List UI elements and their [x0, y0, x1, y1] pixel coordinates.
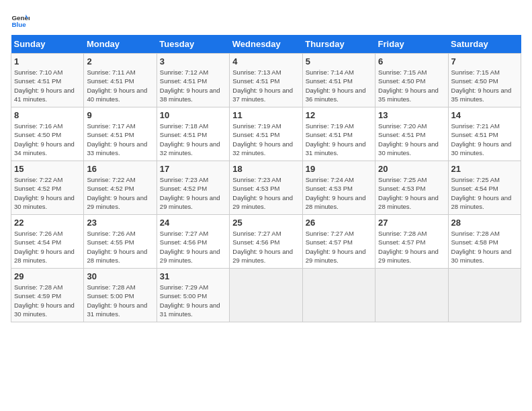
day-number: 26 — [306, 218, 372, 228]
day-number: 11 — [232, 110, 299, 120]
calendar-cell: 25 Sunrise: 7:27 AM Sunset: 4:56 PM Dayl… — [230, 215, 302, 269]
calendar-cell: 4 Sunrise: 7:13 AM Sunset: 4:51 PM Dayli… — [230, 54, 302, 107]
day-number: 22 — [14, 218, 81, 228]
weekday-header-sunday: Sunday — [11, 35, 84, 54]
day-info: Sunrise: 7:21 AM Sunset: 4:51 PM Dayligh… — [451, 122, 518, 157]
day-number: 27 — [378, 218, 445, 228]
calendar-cell: 6 Sunrise: 7:15 AM Sunset: 4:50 PM Dayli… — [375, 54, 448, 107]
day-number: 23 — [87, 218, 153, 228]
calendar-cell — [448, 269, 521, 322]
weekday-header-saturday: Saturday — [448, 35, 521, 54]
day-info: Sunrise: 7:27 AM Sunset: 4:57 PM Dayligh… — [306, 229, 372, 265]
day-info: Sunrise: 7:27 AM Sunset: 4:56 PM Dayligh… — [232, 229, 299, 265]
day-number: 10 — [160, 110, 226, 120]
day-number: 1 — [14, 56, 81, 66]
calendar-cell: 20 Sunrise: 7:25 AM Sunset: 4:53 PM Dayl… — [375, 161, 448, 215]
calendar-cell: 30 Sunrise: 7:28 AM Sunset: 5:00 PM Dayl… — [84, 269, 157, 322]
calendar-cell: 22 Sunrise: 7:26 AM Sunset: 4:54 PM Dayl… — [11, 215, 84, 269]
day-number: 29 — [14, 271, 81, 281]
calendar-cell: 28 Sunrise: 7:28 AM Sunset: 4:58 PM Dayl… — [448, 215, 521, 269]
day-number: 13 — [378, 110, 445, 120]
day-number: 16 — [87, 164, 153, 174]
calendar-cell: 29 Sunrise: 7:28 AM Sunset: 4:59 PM Dayl… — [11, 269, 84, 322]
day-info: Sunrise: 7:25 AM Sunset: 4:54 PM Dayligh… — [451, 175, 518, 211]
calendar-cell: 8 Sunrise: 7:16 AM Sunset: 4:50 PM Dayli… — [11, 107, 84, 161]
day-info: Sunrise: 7:20 AM Sunset: 4:51 PM Dayligh… — [378, 122, 445, 157]
calendar-cell: 7 Sunrise: 7:15 AM Sunset: 4:50 PM Dayli… — [448, 54, 521, 107]
day-number: 12 — [306, 110, 372, 120]
day-number: 5 — [306, 56, 372, 66]
day-number: 15 — [14, 164, 81, 174]
day-number: 14 — [451, 110, 518, 120]
day-info: Sunrise: 7:25 AM Sunset: 4:53 PM Dayligh… — [378, 175, 445, 211]
day-number: 3 — [160, 56, 226, 66]
calendar-cell — [375, 269, 448, 322]
day-number: 6 — [378, 56, 445, 66]
calendar-week-4: 22 Sunrise: 7:26 AM Sunset: 4:54 PM Dayl… — [11, 215, 521, 269]
day-info: Sunrise: 7:19 AM Sunset: 4:51 PM Dayligh… — [306, 122, 372, 157]
weekday-header-tuesday: Tuesday — [157, 35, 229, 54]
weekday-header-friday: Friday — [375, 35, 448, 54]
day-info: Sunrise: 7:23 AM Sunset: 4:52 PM Dayligh… — [160, 175, 226, 211]
calendar-week-3: 15 Sunrise: 7:22 AM Sunset: 4:52 PM Dayl… — [11, 161, 521, 215]
logo-icon: General Blue — [11, 11, 30, 30]
calendar-cell: 10 Sunrise: 7:18 AM Sunset: 4:51 PM Dayl… — [157, 107, 229, 161]
day-info: Sunrise: 7:15 AM Sunset: 4:50 PM Dayligh… — [451, 68, 518, 103]
day-info: Sunrise: 7:19 AM Sunset: 4:51 PM Dayligh… — [232, 122, 299, 157]
calendar-week-2: 8 Sunrise: 7:16 AM Sunset: 4:50 PM Dayli… — [11, 107, 521, 161]
calendar-cell: 11 Sunrise: 7:19 AM Sunset: 4:51 PM Dayl… — [230, 107, 302, 161]
day-info: Sunrise: 7:28 AM Sunset: 5:00 PM Dayligh… — [87, 283, 153, 318]
calendar-cell: 12 Sunrise: 7:19 AM Sunset: 4:51 PM Dayl… — [302, 107, 375, 161]
day-number: 20 — [378, 164, 445, 174]
day-info: Sunrise: 7:14 AM Sunset: 4:51 PM Dayligh… — [306, 68, 372, 103]
day-info: Sunrise: 7:28 AM Sunset: 4:59 PM Dayligh… — [14, 283, 81, 318]
day-number: 28 — [451, 218, 518, 228]
logo: General Blue — [11, 11, 32, 30]
day-number: 17 — [160, 164, 226, 174]
calendar-cell: 5 Sunrise: 7:14 AM Sunset: 4:51 PM Dayli… — [302, 54, 375, 107]
day-number: 2 — [87, 56, 153, 66]
weekday-header-monday: Monday — [84, 35, 157, 54]
day-info: Sunrise: 7:26 AM Sunset: 4:54 PM Dayligh… — [14, 229, 81, 265]
day-info: Sunrise: 7:10 AM Sunset: 4:51 PM Dayligh… — [14, 68, 81, 103]
weekday-header-thursday: Thursday — [302, 35, 375, 54]
calendar-cell: 23 Sunrise: 7:26 AM Sunset: 4:55 PM Dayl… — [84, 215, 157, 269]
calendar-cell: 13 Sunrise: 7:20 AM Sunset: 4:51 PM Dayl… — [375, 107, 448, 161]
calendar-cell: 1 Sunrise: 7:10 AM Sunset: 4:51 PM Dayli… — [11, 54, 84, 107]
calendar-cell: 18 Sunrise: 7:23 AM Sunset: 4:53 PM Dayl… — [230, 161, 302, 215]
calendar-cell: 19 Sunrise: 7:24 AM Sunset: 4:53 PM Dayl… — [302, 161, 375, 215]
calendar-cell: 17 Sunrise: 7:23 AM Sunset: 4:52 PM Dayl… — [157, 161, 229, 215]
day-number: 24 — [160, 218, 226, 228]
day-info: Sunrise: 7:22 AM Sunset: 4:52 PM Dayligh… — [87, 175, 153, 211]
calendar-cell: 24 Sunrise: 7:27 AM Sunset: 4:56 PM Dayl… — [157, 215, 229, 269]
day-number: 31 — [160, 271, 226, 281]
calendar-cell — [302, 269, 375, 322]
calendar-week-5: 29 Sunrise: 7:28 AM Sunset: 4:59 PM Dayl… — [11, 269, 521, 322]
day-info: Sunrise: 7:15 AM Sunset: 4:50 PM Dayligh… — [378, 68, 445, 103]
calendar-table: SundayMondayTuesdayWednesdayThursdayFrid… — [11, 35, 521, 322]
day-info: Sunrise: 7:22 AM Sunset: 4:52 PM Dayligh… — [14, 175, 81, 211]
calendar-cell: 9 Sunrise: 7:17 AM Sunset: 4:51 PM Dayli… — [84, 107, 157, 161]
day-number: 9 — [87, 110, 153, 120]
day-info: Sunrise: 7:12 AM Sunset: 4:51 PM Dayligh… — [160, 68, 226, 103]
day-info: Sunrise: 7:11 AM Sunset: 4:51 PM Dayligh… — [87, 68, 153, 103]
day-number: 7 — [451, 56, 518, 66]
calendar-week-1: 1 Sunrise: 7:10 AM Sunset: 4:51 PM Dayli… — [11, 54, 521, 107]
calendar-cell: 16 Sunrise: 7:22 AM Sunset: 4:52 PM Dayl… — [84, 161, 157, 215]
day-info: Sunrise: 7:13 AM Sunset: 4:51 PM Dayligh… — [232, 68, 299, 103]
svg-text:Blue: Blue — [11, 21, 26, 28]
day-info: Sunrise: 7:27 AM Sunset: 4:56 PM Dayligh… — [160, 229, 226, 265]
calendar-cell: 31 Sunrise: 7:29 AM Sunset: 5:00 PM Dayl… — [157, 269, 229, 322]
day-number: 18 — [232, 164, 299, 174]
day-number: 21 — [451, 164, 518, 174]
day-number: 4 — [232, 56, 299, 66]
calendar-cell: 14 Sunrise: 7:21 AM Sunset: 4:51 PM Dayl… — [448, 107, 521, 161]
calendar-cell: 3 Sunrise: 7:12 AM Sunset: 4:51 PM Dayli… — [157, 54, 229, 107]
day-info: Sunrise: 7:24 AM Sunset: 4:53 PM Dayligh… — [306, 175, 372, 211]
calendar-cell: 27 Sunrise: 7:28 AM Sunset: 4:57 PM Dayl… — [375, 215, 448, 269]
day-info: Sunrise: 7:17 AM Sunset: 4:51 PM Dayligh… — [87, 122, 153, 157]
day-info: Sunrise: 7:28 AM Sunset: 4:58 PM Dayligh… — [451, 229, 518, 265]
day-info: Sunrise: 7:28 AM Sunset: 4:57 PM Dayligh… — [378, 229, 445, 265]
calendar-cell: 2 Sunrise: 7:11 AM Sunset: 4:51 PM Dayli… — [84, 54, 157, 107]
day-info: Sunrise: 7:29 AM Sunset: 5:00 PM Dayligh… — [160, 283, 226, 318]
